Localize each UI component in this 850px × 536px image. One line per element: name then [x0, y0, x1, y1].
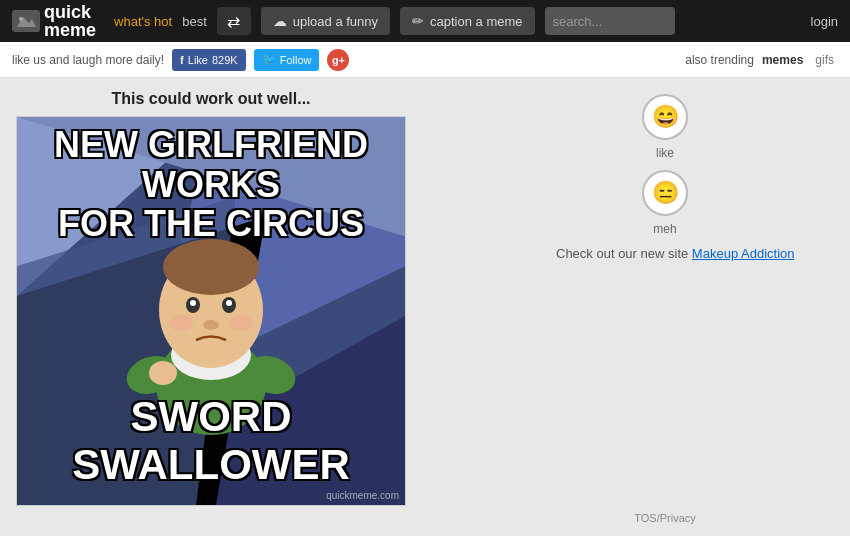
svg-point-21	[229, 315, 253, 331]
meme-title: This could work out well...	[16, 90, 406, 108]
logo-text: quick meme	[44, 3, 96, 39]
svg-point-20	[169, 315, 193, 331]
vote-area: 😄 like 😑 meh	[496, 94, 834, 236]
svg-point-0	[19, 17, 23, 21]
googleplus-button[interactable]: g+	[327, 49, 349, 71]
gifs-link[interactable]: gifs	[815, 53, 834, 67]
main-content: This could work out well...	[0, 78, 850, 536]
meme-bottom-text: SWORD SWALLOWER	[17, 393, 405, 489]
svg-point-14	[163, 239, 259, 295]
tos-privacy: TOS/Privacy	[496, 512, 834, 524]
login-button[interactable]: login	[811, 14, 838, 29]
memes-link[interactable]: memes	[762, 53, 803, 67]
facebook-like-button[interactable]: f Like 829K	[172, 49, 246, 71]
shuffle-icon: ⇄	[227, 12, 240, 31]
twitter-icon: 🐦	[262, 53, 276, 66]
caption-button[interactable]: ✏ caption a meme	[400, 7, 535, 35]
search-input[interactable]	[545, 7, 675, 35]
svg-point-18	[226, 300, 232, 306]
navbar: quick meme what's hot best ⇄ ☁ upload a …	[0, 0, 850, 42]
caption-icon: ✏	[412, 13, 424, 29]
like-button[interactable]: 😄	[642, 94, 688, 140]
svg-point-12	[149, 361, 177, 385]
logo-icon	[12, 10, 40, 32]
meme-top-text: NEW GIRLFRIEND WORKSFOR THE CIRCUS	[17, 125, 405, 244]
meme-watermark: quickmeme.com	[326, 490, 399, 501]
gplus-icon: g+	[332, 54, 345, 66]
twitter-follow-button[interactable]: 🐦 Follow	[254, 49, 320, 71]
svg-point-17	[190, 300, 196, 306]
like-emoji: 😄	[652, 104, 679, 130]
social-bar-text: like us and laugh more daily!	[12, 53, 164, 67]
content-area: This could work out well...	[0, 78, 480, 536]
svg-point-19	[203, 320, 219, 330]
new-site-banner: Check out our new site Makeup Addiction	[556, 246, 834, 261]
best-link[interactable]: best	[182, 14, 207, 29]
tos-privacy-link[interactable]: TOS/Privacy	[634, 512, 696, 524]
new-site-link[interactable]: Makeup Addiction	[692, 246, 795, 261]
upload-button[interactable]: ☁ upload a funny	[261, 7, 390, 35]
fb-like-label: Like	[188, 54, 208, 66]
whats-hot-link[interactable]: what's hot	[114, 14, 172, 29]
meh-button[interactable]: 😑	[642, 170, 688, 216]
fb-like-count: 829K	[212, 54, 238, 66]
also-trending-text: also trending	[685, 53, 754, 67]
shuffle-button[interactable]: ⇄	[217, 7, 251, 35]
like-label: like	[656, 146, 674, 160]
meme-image: NEW GIRLFRIEND WORKSFOR THE CIRCUS SWORD…	[16, 116, 406, 506]
meh-emoji: 😑	[652, 180, 679, 206]
logo[interactable]: quick meme	[12, 3, 96, 39]
meh-label: meh	[653, 222, 676, 236]
social-bar: like us and laugh more daily! f Like 829…	[0, 42, 850, 78]
twitter-follow-label: Follow	[280, 54, 312, 66]
facebook-icon: f	[180, 54, 184, 66]
sidebar: 😄 like 😑 meh Check out our new site Make…	[480, 78, 850, 536]
upload-icon: ☁	[273, 13, 287, 29]
